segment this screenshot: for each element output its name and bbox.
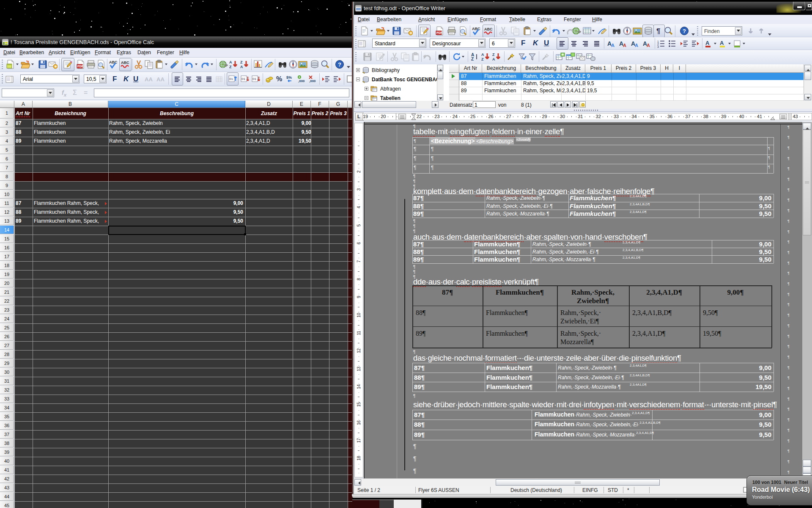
svg-text:ABC: ABC: [109, 60, 118, 64]
svg-text:,000: ,000: [298, 79, 305, 83]
svg-text:PDF: PDF: [436, 31, 443, 34]
svg-text:A: A: [492, 57, 495, 61]
svg-text:¶: ¶: [656, 27, 660, 35]
svg-text:?: ?: [683, 28, 686, 34]
svg-text:01: 01: [229, 77, 233, 81]
svg-text:ABC: ABC: [472, 27, 480, 31]
svg-text:A: A: [720, 40, 724, 46]
svg-text:A: A: [481, 52, 484, 57]
svg-text:ABC: ABC: [484, 27, 493, 31]
svg-text:A: A: [229, 60, 232, 64]
svg-text:Z: Z: [481, 57, 484, 61]
svg-text:A: A: [705, 40, 710, 46]
svg-text:Z: Z: [492, 52, 495, 57]
svg-text:3: 3: [657, 45, 659, 48]
svg-text:A: A: [635, 43, 638, 48]
svg-text:A: A: [240, 65, 243, 69]
svg-text:,000: ,000: [309, 79, 316, 83]
svg-text:?: ?: [338, 61, 341, 68]
svg-text:Z: Z: [229, 65, 232, 69]
svg-text:A: A: [611, 43, 614, 48]
svg-text:A: A: [647, 43, 650, 48]
svg-text:PDF: PDF: [77, 65, 84, 68]
svg-text:A: A: [623, 43, 626, 48]
svg-text:01: 01: [241, 77, 245, 81]
svg-text:ABC: ABC: [121, 61, 129, 65]
svg-text:Z: Z: [471, 57, 474, 61]
svg-text:01: 01: [252, 77, 256, 81]
svg-text:$%: $%: [286, 75, 292, 80]
svg-text:Z: Z: [240, 60, 243, 64]
